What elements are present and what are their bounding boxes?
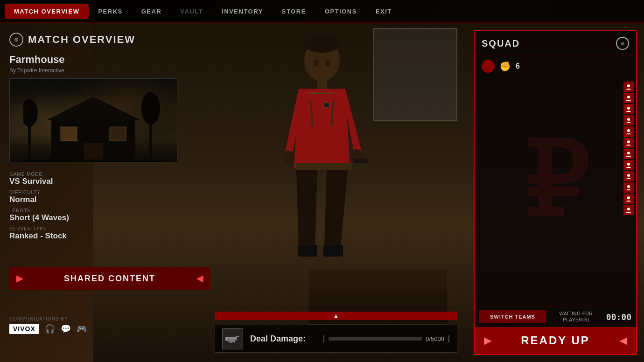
shared-content-bar[interactable]: ▶ SHARED CONTENT ◀ bbox=[9, 267, 210, 290]
svg-point-33 bbox=[627, 84, 630, 87]
svg-rect-5 bbox=[84, 143, 103, 162]
difficulty-row: DIFFICULTY Normal bbox=[9, 190, 210, 204]
svg-point-41 bbox=[627, 174, 630, 177]
nav-store[interactable]: STORE bbox=[273, 4, 315, 19]
collapse-bar[interactable]: ▲ bbox=[215, 312, 457, 320]
map-name: Farmhouse bbox=[9, 54, 210, 66]
squad-side-icons bbox=[621, 79, 636, 217]
svg-point-38 bbox=[627, 140, 630, 143]
svg-point-40 bbox=[627, 163, 630, 166]
top-navigation: MATCH OVERVIEW PERKS GEAR VAULT INVENTOR… bbox=[0, 0, 644, 23]
chat-icon: 💬 bbox=[61, 324, 71, 334]
squad-side-icon-9[interactable] bbox=[623, 171, 634, 181]
timer-display: 00:00 bbox=[606, 312, 631, 322]
shared-content-label: SHARED CONTENT bbox=[64, 274, 155, 284]
svg-rect-19 bbox=[323, 245, 343, 257]
panel-title-row: ⊕ MATCH OVERVIEW bbox=[9, 33, 210, 47]
length-label: LENGTH bbox=[9, 208, 210, 213]
damage-label: Deal Damage: bbox=[250, 334, 316, 344]
main-content: ⊕ MATCH OVERVIEW Farmhouse By Tripwire I… bbox=[0, 23, 644, 362]
length-value: Short (4 Waves) bbox=[9, 213, 210, 223]
squad-side-icon-8[interactable] bbox=[623, 160, 634, 170]
svg-rect-18 bbox=[298, 245, 317, 257]
ready-up-bar[interactable]: ▶ READY UP ◀ bbox=[475, 327, 636, 354]
map-thumbnail-inner bbox=[10, 79, 177, 162]
game-mode-value: VS Survival bbox=[9, 177, 210, 186]
svg-point-15 bbox=[283, 151, 294, 165]
squad-bottom: SWITCH TEAMS WAITING FORPLAYER(S) 00:00 … bbox=[475, 306, 636, 354]
squad-switch-row: SWITCH TEAMS WAITING FORPLAYER(S) 00:00 bbox=[475, 306, 636, 327]
damage-bar-track bbox=[329, 337, 422, 341]
squad-side-icon-3[interactable] bbox=[623, 104, 634, 114]
length-row: LENGTH Short (4 Waves) bbox=[9, 208, 210, 223]
squad-side-icon-4[interactable] bbox=[623, 115, 634, 125]
squad-side-icon-12[interactable] bbox=[623, 205, 634, 215]
squad-watermark: ₽ bbox=[523, 121, 588, 241]
map-author: By Tripwire Interactive bbox=[9, 67, 210, 74]
waiting-text: WAITING FORPLAYER(S) bbox=[548, 311, 604, 323]
svg-point-34 bbox=[627, 96, 630, 98]
damage-count: 0/5000 bbox=[426, 335, 444, 342]
svg-point-23 bbox=[324, 102, 329, 108]
shared-content-arrow-right: ◀ bbox=[196, 273, 203, 284]
game-mode-label: GAME MODE bbox=[9, 172, 210, 177]
player-count: 6 bbox=[516, 62, 520, 70]
nav-options[interactable]: OPTIONS bbox=[315, 4, 366, 19]
left-panel: ⊕ MATCH OVERVIEW Farmhouse By Tripwire I… bbox=[9, 33, 210, 244]
farmhouse-illustration bbox=[23, 87, 163, 162]
nav-inventory[interactable]: INVENTORY bbox=[212, 4, 273, 19]
svg-rect-4 bbox=[110, 127, 126, 141]
svg-point-24 bbox=[304, 36, 340, 53]
nav-perks[interactable]: PERKS bbox=[89, 4, 132, 19]
svg-point-10 bbox=[141, 92, 160, 125]
squad-side-icon-7[interactable] bbox=[623, 149, 634, 159]
communications-label: COMMUNICATIONS BY bbox=[9, 316, 87, 321]
squad-body: ₽ ✊ 6 bbox=[475, 56, 636, 306]
svg-point-39 bbox=[627, 152, 630, 154]
squad-side-icon-6[interactable] bbox=[623, 138, 634, 148]
svg-point-26 bbox=[325, 59, 330, 67]
nav-exit[interactable]: EXIT bbox=[366, 4, 401, 19]
squad-side-icon-5[interactable] bbox=[623, 126, 634, 137]
svg-rect-31 bbox=[236, 337, 237, 340]
match-overview-icon: ⊕ bbox=[9, 33, 23, 47]
switch-teams-button[interactable]: SWITCH TEAMS bbox=[479, 310, 546, 323]
squad-title: SQUAD bbox=[482, 38, 520, 49]
headset-icon: 🎧 bbox=[45, 324, 55, 334]
squad-side-icon-1[interactable] bbox=[623, 82, 634, 92]
svg-rect-6 bbox=[61, 127, 77, 141]
squad-side-icon-10[interactable] bbox=[623, 182, 634, 193]
nav-gear[interactable]: GEAR bbox=[132, 4, 171, 19]
svg-point-36 bbox=[627, 118, 630, 121]
collapse-arrow-icon: ▲ bbox=[333, 313, 339, 319]
panel-title: MATCH OVERVIEW bbox=[28, 34, 135, 46]
svg-point-42 bbox=[627, 185, 630, 188]
map-thumbnail bbox=[9, 78, 177, 162]
nav-vault[interactable]: VAULT bbox=[171, 4, 212, 19]
controller-icon: 🎮 bbox=[77, 324, 87, 334]
svg-point-25 bbox=[314, 59, 319, 67]
svg-point-35 bbox=[627, 107, 630, 110]
server-type-value: Ranked - Stock bbox=[9, 231, 210, 241]
server-type-label: SERVER TYPE bbox=[9, 226, 210, 231]
character-figure bbox=[271, 33, 373, 275]
damage-icon bbox=[222, 328, 243, 349]
svg-rect-13 bbox=[317, 79, 327, 89]
character-svg bbox=[271, 33, 373, 275]
squad-player-list: ✊ 6 bbox=[475, 56, 636, 77]
squad-header: SQUAD ⊕ bbox=[475, 31, 636, 56]
difficulty-value: Normal bbox=[9, 195, 210, 204]
ready-up-arrow-right: ◀ bbox=[620, 335, 627, 346]
svg-point-44 bbox=[627, 208, 630, 210]
svg-rect-11 bbox=[23, 160, 163, 162]
svg-point-37 bbox=[627, 129, 630, 132]
squad-icon: ⊕ bbox=[616, 37, 629, 50]
ready-up-text: READY UP bbox=[521, 334, 590, 347]
squad-side-icon-2[interactable] bbox=[623, 93, 634, 103]
squad-side-icon-11[interactable] bbox=[623, 194, 634, 204]
player-avatar-1 bbox=[482, 60, 495, 73]
difficulty-label: DIFFICULTY bbox=[9, 190, 210, 195]
deal-damage-bar: Deal Damage: | 0/5000 | bbox=[215, 325, 457, 353]
nav-match-overview[interactable]: MATCH OVERVIEW bbox=[5, 4, 89, 19]
vivox-logo: VIVOX bbox=[9, 324, 39, 334]
